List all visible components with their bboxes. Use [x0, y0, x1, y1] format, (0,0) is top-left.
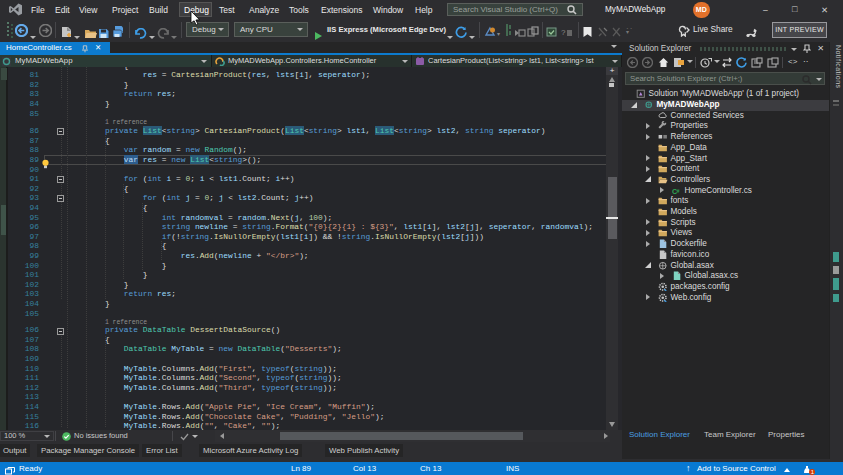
svg-text:?: ?: [561, 28, 566, 37]
svg-text:#: #: [677, 188, 680, 193]
